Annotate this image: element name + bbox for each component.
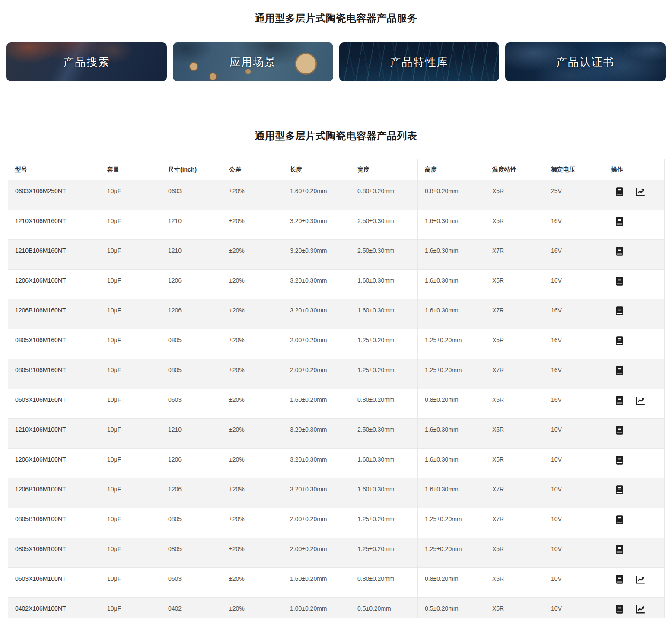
banner-product-search[interactable]: 产品搜索: [6, 42, 167, 81]
cell-rated-voltage: 10V: [544, 419, 604, 449]
cell-actions: [604, 538, 665, 568]
book-icon[interactable]: [615, 604, 624, 615]
product-table-wrap: 型号 容量 尺寸(inch) 公差 长度 宽度 高度 温度特性 额定电压 操作 …: [0, 159, 672, 618]
book-icon[interactable]: [615, 246, 624, 257]
cell-width: 0.80±0.20mm: [350, 568, 418, 598]
list-title: 通用型多层片式陶瓷电容器产品列表: [0, 118, 672, 143]
cell-rated-voltage: 16V: [544, 240, 604, 270]
cell-actions: [604, 449, 665, 478]
col-header-length: 长度: [283, 159, 350, 180]
cell-rated-voltage: 10V: [544, 568, 604, 598]
book-icon[interactable]: [615, 365, 624, 376]
table-row: 1206B106M160NT 10μF 1206 ±20% 3.20±0.30m…: [8, 299, 665, 329]
cell-tolerance: ±20%: [222, 240, 283, 270]
cell-capacity: 10μF: [100, 419, 161, 449]
cell-size: 0402: [161, 598, 222, 618]
cell-temp-characteristic: X5R: [485, 389, 544, 419]
cell-temp-characteristic: X5R: [485, 598, 544, 618]
cell-actions: [604, 419, 665, 449]
cell-length: 2.00±0.20mm: [283, 538, 350, 568]
col-header-rated-voltage: 额定电压: [544, 159, 604, 180]
cell-capacity: 10μF: [100, 389, 161, 419]
cell-height: 1.25±0.20mm: [418, 329, 485, 359]
cell-rated-voltage: 10V: [544, 598, 604, 618]
cell-model: 0603X106M160NT: [8, 389, 100, 419]
cell-width: 0.80±0.20mm: [350, 389, 418, 419]
cell-tolerance: ±20%: [222, 299, 283, 329]
cell-actions: [604, 598, 665, 618]
cell-model: 0603X106M100NT: [8, 568, 100, 598]
table-row: 1206B106M100NT 10μF 1206 ±20% 3.20±0.30m…: [8, 478, 665, 508]
trend-chart-icon[interactable]: [635, 395, 646, 406]
book-icon[interactable]: [615, 425, 624, 436]
cell-size: 1210: [161, 210, 222, 240]
col-header-model: 型号: [8, 159, 100, 180]
cell-tolerance: ±20%: [222, 598, 283, 618]
banner-product-characteristics[interactable]: 产品特性库: [339, 42, 500, 81]
book-icon[interactable]: [615, 186, 624, 197]
book-icon[interactable]: [615, 544, 624, 555]
cell-temp-characteristic: X5R: [485, 419, 544, 449]
book-icon[interactable]: [615, 216, 624, 227]
book-icon[interactable]: [615, 395, 624, 406]
cell-size: 1206: [161, 270, 222, 299]
book-icon[interactable]: [615, 514, 624, 525]
book-icon[interactable]: [615, 276, 624, 287]
table-row: 0603X106M160NT 10μF 0603 ±20% 1.60±0.20m…: [8, 389, 665, 419]
cell-rated-voltage: 16V: [544, 359, 604, 389]
banner-application-scenarios[interactable]: 应用场景: [173, 42, 333, 81]
trend-chart-icon[interactable]: [635, 604, 646, 615]
cell-size: 0805: [161, 359, 222, 389]
trend-chart-icon[interactable]: [635, 187, 646, 197]
book-icon[interactable]: [615, 306, 624, 316]
cell-tolerance: ±20%: [222, 568, 283, 598]
cell-tolerance: ±20%: [222, 329, 283, 359]
table-row: 1206X106M160NT 10μF 1206 ±20% 3.20±0.30m…: [8, 270, 665, 299]
cell-length: 3.20±0.30mm: [283, 478, 350, 508]
cell-temp-characteristic: X7R: [485, 240, 544, 270]
cell-size: 0603: [161, 568, 222, 598]
cell-size: 0603: [161, 389, 222, 419]
cell-capacity: 10μF: [100, 329, 161, 359]
cell-height: 1.6±0.30mm: [418, 419, 485, 449]
cell-height: 0.8±0.20mm: [418, 568, 485, 598]
cell-height: 1.25±0.20mm: [418, 359, 485, 389]
cell-rated-voltage: 10V: [544, 478, 604, 508]
cell-actions: [604, 568, 665, 598]
cell-height: 0.5±0.20mm: [418, 598, 485, 618]
cell-width: 1.60±0.30mm: [350, 478, 418, 508]
cell-size: 0805: [161, 329, 222, 359]
cell-height: 1.25±0.20mm: [418, 508, 485, 538]
cell-capacity: 10μF: [100, 210, 161, 240]
cell-temp-characteristic: X7R: [485, 508, 544, 538]
cell-length: 1.60±0.20mm: [283, 180, 350, 210]
cell-temp-characteristic: X5R: [485, 180, 544, 210]
cell-model: 1206B106M160NT: [8, 299, 100, 329]
cell-tolerance: ±20%: [222, 538, 283, 568]
trend-chart-icon[interactable]: [635, 574, 646, 585]
cell-actions: [604, 329, 665, 359]
cell-actions: [604, 299, 665, 329]
cell-width: 1.60±0.30mm: [350, 449, 418, 478]
book-icon[interactable]: [615, 574, 624, 585]
cell-model: 0805B106M100NT: [8, 508, 100, 538]
cell-size: 1210: [161, 240, 222, 270]
cell-rated-voltage: 16V: [544, 210, 604, 240]
cell-rated-voltage: 16V: [544, 329, 604, 359]
book-icon[interactable]: [615, 335, 624, 346]
cell-model: 0805B106M160NT: [8, 359, 100, 389]
cell-length: 2.00±0.20mm: [283, 508, 350, 538]
banner-product-certificates[interactable]: 产品认证书: [505, 42, 666, 81]
book-icon[interactable]: [615, 455, 624, 465]
cell-model: 1206X106M160NT: [8, 270, 100, 299]
cell-actions: [604, 478, 665, 508]
table-row: 0805B106M100NT 10μF 0805 ±20% 2.00±0.20m…: [8, 508, 665, 538]
cell-temp-characteristic: X7R: [485, 359, 544, 389]
cell-length: 3.20±0.30mm: [283, 299, 350, 329]
cell-model: 0805X106M160NT: [8, 329, 100, 359]
cell-actions: [604, 508, 665, 538]
cell-length: 3.20±0.30mm: [283, 419, 350, 449]
cell-capacity: 10μF: [100, 270, 161, 299]
cell-size: 1210: [161, 419, 222, 449]
book-icon[interactable]: [615, 484, 624, 495]
